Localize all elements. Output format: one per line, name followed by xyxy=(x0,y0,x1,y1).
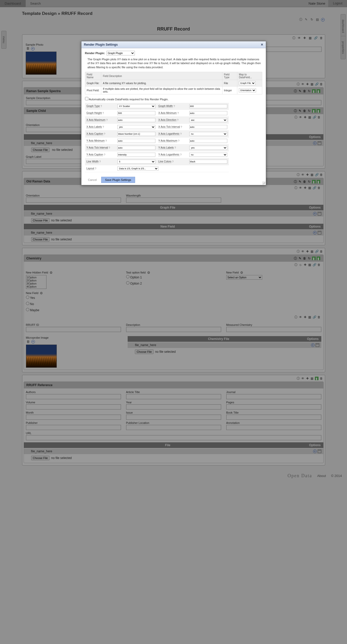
opt-label: Y Axis Labels xyxy=(158,146,174,149)
render-plugin-select[interactable]: Graph Plugin xyxy=(107,51,135,55)
render-plugin-modal: Render Plugin Settings ✕ Render Plugin: … xyxy=(81,41,266,185)
save-plugin-button[interactable]: Save Plugin Settings xyxy=(101,177,135,183)
render-plugin-label: Render Plugin: xyxy=(85,52,105,55)
opt-label: Y Axis Caption xyxy=(87,153,103,156)
opt-label: Graph Type xyxy=(87,105,100,108)
y-log-select[interactable]: no xyxy=(189,153,227,157)
opt-label: X Axis Logarithmic xyxy=(158,132,180,135)
layout-select[interactable]: Data is 1/3, Graph is 2/3... xyxy=(117,167,158,171)
opt-label: X Axis Caption xyxy=(87,132,103,135)
opt-label: Graph Width xyxy=(158,105,173,108)
x-labels-select[interactable]: yes xyxy=(117,125,155,129)
opt-label: X Axis Minimum xyxy=(158,112,177,115)
line-width-select[interactable]: 5 xyxy=(117,160,155,164)
y-max-input[interactable] xyxy=(189,139,227,143)
y-min-input[interactable] xyxy=(117,139,155,143)
y-caption-input[interactable] xyxy=(117,153,155,157)
opt-label: X Axis Tick Interval xyxy=(158,125,180,129)
map-graph-file-select[interactable]: Graph File xyxy=(239,81,256,85)
graph-type-select[interactable]: XY Scatter xyxy=(117,104,155,108)
plugin-description: The Graph Plugin plots XY data in a line… xyxy=(88,57,262,69)
x-max-input[interactable] xyxy=(117,118,155,122)
close-icon[interactable]: ✕ xyxy=(261,43,263,46)
x-dir-select[interactable]: asc xyxy=(189,118,227,122)
map-pivot-select[interactable]: Orientation xyxy=(239,88,256,92)
opt-label: Line Width xyxy=(87,160,99,163)
line-colors-input[interactable] xyxy=(189,160,227,164)
x-min-input[interactable] xyxy=(189,111,227,115)
opt-label: Y Axis Tick Interval xyxy=(87,146,108,149)
y-labels-select[interactable]: yes xyxy=(189,146,227,150)
opt-label: X Axis Labels xyxy=(87,125,102,129)
options-grid: Graph Type ?XY Scatter Graph Width ? Gra… xyxy=(85,103,262,172)
modal-title: Render Plugin Settings xyxy=(84,43,118,46)
cancel-button[interactable]: Cancel xyxy=(85,177,100,183)
graph-width-input[interactable] xyxy=(189,104,227,108)
auto-create-checkbox[interactable] xyxy=(85,97,88,100)
fields-table: Field NameField DescriptionField TypeMap… xyxy=(85,72,262,94)
opt-label: Y Axis Minimum xyxy=(87,139,105,142)
opt-label: Y Axis Maximum xyxy=(158,139,177,142)
opt-label: Layout xyxy=(87,167,94,170)
opt-label: X Axis Direction xyxy=(158,119,176,122)
x-log-select[interactable]: no xyxy=(189,132,227,136)
opt-label: Line Colors xyxy=(158,160,172,163)
opt-label: Y Axis Logarithmic xyxy=(158,153,180,156)
opt-label: X Axis Maximum xyxy=(87,119,106,122)
x-tick-input[interactable] xyxy=(189,125,227,129)
y-tick-input[interactable] xyxy=(117,146,155,150)
x-caption-input[interactable] xyxy=(117,132,155,136)
auto-create-label: Automatically create DataFields required… xyxy=(89,98,168,101)
graph-height-input[interactable] xyxy=(117,111,155,115)
resize-handle[interactable] xyxy=(262,181,265,184)
opt-label: Graph Height xyxy=(87,112,102,115)
